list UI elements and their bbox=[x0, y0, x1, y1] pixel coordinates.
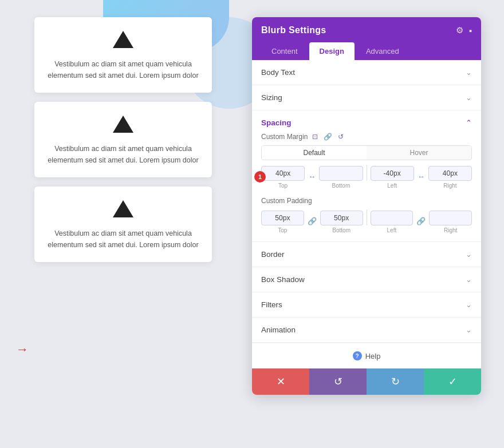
section-box-shadow-label: Box Shadow bbox=[261, 275, 305, 284]
hover-tab[interactable]: Hover bbox=[367, 146, 471, 160]
margin-bottom-label: Bottom bbox=[332, 183, 351, 189]
blurb-card-1: Vestibulum ac diam sit amet quam vehicul… bbox=[34, 17, 212, 93]
margin-top-group: Top bbox=[261, 166, 305, 189]
triangle-icon-3 bbox=[113, 200, 133, 217]
help-icon: ? bbox=[353, 351, 362, 360]
triangle-icon-1 bbox=[113, 31, 133, 48]
margin-right-group: Right bbox=[428, 166, 472, 189]
chevron-sizing: ⌄ bbox=[466, 93, 472, 102]
margin-top-input[interactable] bbox=[261, 166, 305, 181]
default-hover-tabs: Default Hover bbox=[261, 145, 472, 160]
padding-top-input[interactable] bbox=[261, 211, 304, 225]
margin-bottom-input[interactable] bbox=[319, 166, 363, 181]
custom-margin-section: Custom Margin ⊡ 🔗 ↺ Default Hover 1 bbox=[252, 133, 481, 197]
link-margin-icon[interactable]: 🔗 bbox=[324, 133, 332, 141]
reset-margin-icon[interactable]: ↺ bbox=[338, 133, 344, 141]
section-filters[interactable]: Filters ⌄ bbox=[252, 292, 481, 318]
chevron-filters: ⌄ bbox=[466, 300, 472, 309]
chevron-animation: ⌄ bbox=[466, 326, 472, 334]
custom-margin-header: Custom Margin ⊡ 🔗 ↺ bbox=[261, 133, 472, 141]
chevron-border: ⌄ bbox=[466, 250, 472, 259]
margin-top-label: Top bbox=[278, 183, 288, 189]
section-sizing-label: Sizing bbox=[261, 93, 282, 102]
undo-button[interactable]: ↺ bbox=[309, 368, 367, 395]
num-badge-1: 1 bbox=[254, 171, 266, 183]
action-bar: ✕ ↺ ↻ ✓ bbox=[252, 368, 481, 395]
tab-content[interactable]: Content bbox=[261, 42, 308, 60]
section-body-text[interactable]: Body Text ⌄ bbox=[252, 60, 481, 85]
padding-right-input[interactable] bbox=[429, 211, 472, 225]
panel-tabs: Content Design Advanced bbox=[261, 42, 472, 60]
settings-panel: Blurb Settings ⚙ ▪ Content Design Advanc… bbox=[252, 17, 481, 395]
card-text-2: Vestibulum ac diam sit amet quam vehicul… bbox=[46, 143, 200, 166]
section-body-text-label: Body Text bbox=[261, 68, 295, 77]
padding-bottom-label: Bottom bbox=[332, 227, 351, 233]
custom-margin-label: Custom Margin bbox=[261, 133, 308, 141]
padding-bottom-input[interactable] bbox=[320, 211, 363, 225]
padding-right-label: Right bbox=[444, 227, 457, 233]
redo-button[interactable]: ↻ bbox=[367, 368, 424, 395]
help-label[interactable]: Help bbox=[365, 352, 381, 360]
collapse-icon-btn[interactable]: ▪ bbox=[469, 26, 472, 35]
section-animation-label: Animation bbox=[261, 326, 296, 334]
panel-icons: ⚙ ▪ bbox=[456, 25, 472, 35]
margin-inputs-row: Top ↔ Bottom Left ↔ bbox=[261, 165, 472, 189]
tab-advanced[interactable]: Advanced bbox=[356, 42, 410, 60]
card-text-3: Vestibulum ac diam sit amet quam vehicul… bbox=[46, 228, 200, 251]
preview-area: Vestibulum ac diam sit amet quam vehicul… bbox=[34, 17, 212, 429]
desktop-icon[interactable]: ⊡ bbox=[312, 133, 318, 141]
default-tab[interactable]: Default bbox=[262, 146, 367, 160]
blurb-card-3: Vestibulum ac diam sit amet quam vehicul… bbox=[34, 187, 212, 262]
custom-padding-label: Custom Padding bbox=[261, 197, 312, 205]
section-spacing-label: Spacing bbox=[261, 118, 292, 127]
margin-bottom-group: Bottom bbox=[319, 166, 363, 189]
triangle-icon-2 bbox=[113, 116, 133, 133]
margin-inputs-wrapper: 1 Top ↔ Bottom bbox=[261, 165, 472, 189]
section-spacing-header[interactable]: Spacing ⌃ bbox=[252, 110, 481, 133]
chevron-body-text: ⌄ bbox=[466, 68, 472, 77]
custom-padding-header: Custom Padding bbox=[261, 197, 472, 205]
blurb-card-2: Vestibulum ac diam sit amet quam vehicul… bbox=[34, 102, 212, 177]
cancel-button[interactable]: ✕ bbox=[252, 368, 309, 395]
margin-right-input[interactable] bbox=[428, 166, 472, 181]
padding-left-label: Left bbox=[387, 227, 397, 233]
section-spacing: Spacing ⌃ Custom Margin ⊡ 🔗 ↺ Default Ho… bbox=[252, 110, 481, 242]
arrow-indicator: → bbox=[16, 342, 29, 357]
panel-title-row: Blurb Settings ⚙ ▪ bbox=[261, 25, 472, 35]
section-sizing[interactable]: Sizing ⌄ bbox=[252, 85, 481, 110]
padding-divider bbox=[367, 209, 367, 225]
padding-top-label: Top bbox=[278, 227, 287, 233]
padding-top-group: Top bbox=[261, 211, 304, 233]
margin-link-icon[interactable]: ↔ bbox=[308, 172, 316, 181]
padding-bottom-group: Bottom bbox=[320, 211, 363, 233]
padding-link-icon[interactable]: 🔗 bbox=[308, 217, 317, 225]
padding-left-input[interactable] bbox=[371, 211, 414, 225]
card-text-1: Vestibulum ac diam sit amet quam vehicul… bbox=[46, 58, 200, 81]
tab-design[interactable]: Design bbox=[309, 42, 355, 60]
settings-icon-btn[interactable]: ⚙ bbox=[456, 25, 463, 35]
panel-title: Blurb Settings bbox=[261, 25, 326, 35]
panel-body: Body Text ⌄ Sizing ⌄ Spacing ⌃ Custom Ma… bbox=[252, 60, 481, 395]
margin-link-icon-2[interactable]: ↔ bbox=[418, 172, 425, 181]
padding-right-group: Right bbox=[429, 211, 472, 233]
section-filters-label: Filters bbox=[261, 300, 282, 309]
section-border[interactable]: Border ⌄ bbox=[252, 242, 481, 267]
padding-left-group: Left bbox=[371, 211, 414, 233]
padding-link-icon-2[interactable]: 🔗 bbox=[416, 217, 426, 225]
confirm-button[interactable]: ✓ bbox=[424, 368, 481, 395]
chevron-box-shadow: ⌄ bbox=[466, 275, 472, 284]
margin-left-label: Left bbox=[387, 183, 397, 189]
margin-left-input[interactable] bbox=[371, 166, 414, 181]
section-box-shadow[interactable]: Box Shadow ⌄ bbox=[252, 267, 481, 292]
help-row: ? Help bbox=[252, 343, 481, 368]
margin-left-group: Left bbox=[371, 166, 414, 189]
panel-header: Blurb Settings ⚙ ▪ Content Design Advanc… bbox=[252, 17, 481, 60]
inputs-divider bbox=[367, 165, 367, 181]
section-border-label: Border bbox=[261, 250, 285, 259]
chevron-spacing: ⌃ bbox=[466, 118, 472, 127]
margin-right-label: Right bbox=[443, 183, 456, 189]
section-animation[interactable]: Animation ⌄ bbox=[252, 318, 481, 343]
padding-inputs-row: Top 🔗 Bottom Left 🔗 Right bbox=[261, 209, 472, 233]
custom-padding-section: Custom Padding Top 🔗 Bottom Le bbox=[252, 197, 481, 241]
